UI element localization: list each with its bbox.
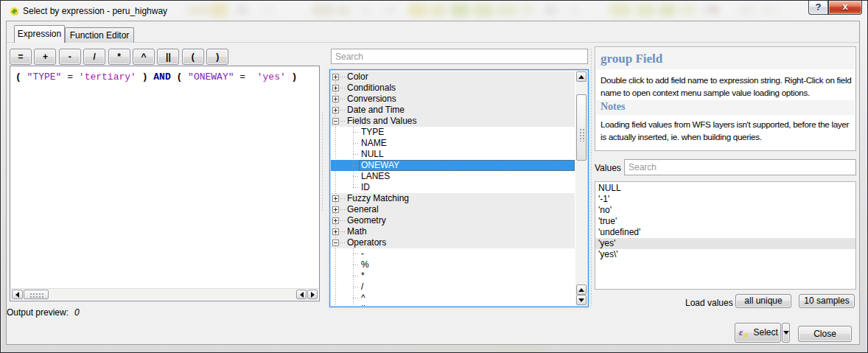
tree-item-general[interactable]: General bbox=[331, 204, 575, 215]
values-list[interactable]: NULL'-1''no''true''undefined''yes''yes\' bbox=[595, 181, 856, 290]
tab-function-editor[interactable]: Function Editor bbox=[65, 27, 134, 43]
tree-item-conditionals[interactable]: Conditionals bbox=[331, 83, 575, 94]
help-notes-title: Notes bbox=[601, 101, 625, 113]
close-button[interactable]: Close bbox=[798, 326, 852, 342]
values-list-item[interactable]: NULL bbox=[595, 183, 855, 194]
tree-scroll-up-button[interactable] bbox=[576, 71, 587, 82]
tree-toggle-expand-icon[interactable] bbox=[332, 74, 339, 80]
tree-item--[interactable]: - bbox=[331, 248, 575, 259]
output-preview-value: 0 bbox=[74, 307, 80, 318]
tree-item-oneway[interactable]: ONEWAY bbox=[331, 160, 575, 171]
tree-item-date-and-time[interactable]: Date and Time bbox=[331, 105, 575, 116]
titlebar[interactable]: Select by expression - peru_highway bbox=[1, 1, 867, 21]
help-button[interactable]: ? bbox=[808, 1, 828, 15]
close-window-button[interactable]: x bbox=[828, 1, 862, 15]
expression-hscrollbar[interactable] bbox=[11, 288, 318, 300]
tab-expression[interactable]: Expression bbox=[14, 25, 65, 43]
tree-item-lanes[interactable]: LANES bbox=[331, 171, 575, 182]
tree-item-label: ^ bbox=[361, 293, 365, 304]
hscroll-thumb[interactable] bbox=[24, 290, 49, 299]
select-dropdown-button[interactable] bbox=[782, 323, 790, 343]
values-list-item[interactable]: 'yes' bbox=[595, 238, 855, 249]
hscroll-right-button[interactable] bbox=[307, 290, 318, 299]
tree-item-color[interactable]: Color bbox=[331, 71, 575, 83]
splitter-handle-left[interactable] bbox=[321, 111, 323, 212]
tree-item-name[interactable]: NAME bbox=[331, 138, 575, 149]
tree-thumb-grip bbox=[579, 128, 585, 141]
values-list-item[interactable]: 'undefined' bbox=[595, 227, 855, 238]
tree-scroll-up-button-2[interactable] bbox=[576, 284, 587, 295]
toggle-sign bbox=[335, 97, 336, 101]
tree-scroll-thumb[interactable] bbox=[576, 94, 587, 161]
tree-item-null[interactable]: NULL bbox=[331, 149, 575, 160]
tree-item--[interactable]: ^ bbox=[331, 293, 575, 304]
values-search-input[interactable] bbox=[624, 159, 856, 175]
tree-item--[interactable]: * bbox=[331, 270, 575, 282]
operator-button-)[interactable]: ) bbox=[206, 49, 228, 65]
toggle-sign bbox=[335, 230, 336, 234]
help-title: group Field bbox=[601, 52, 662, 66]
values-list-item[interactable]: 'no' bbox=[595, 205, 855, 216]
operator-button--[interactable]: - bbox=[59, 49, 81, 65]
tree-branch-dots bbox=[353, 265, 360, 265]
operator-button-=[interactable]: = bbox=[10, 49, 32, 65]
function-tree[interactable]: ColorConditionalsConversionsDate and Tim… bbox=[329, 69, 589, 307]
tree-item--[interactable]: % bbox=[331, 259, 575, 270]
operator-button-concat[interactable]: || bbox=[157, 49, 179, 65]
window-title: Select by expression - peru_highway bbox=[23, 6, 167, 16]
expression-token-keyword: AND bbox=[153, 71, 170, 83]
tree-item-label: Conversions bbox=[347, 94, 396, 105]
tree-item--[interactable]: / bbox=[331, 282, 575, 293]
ten-samples-button[interactable]: 10 samples bbox=[799, 294, 855, 308]
tree-toggle-expand-icon[interactable] bbox=[332, 85, 339, 91]
tree-item-operators[interactable]: Operators bbox=[331, 237, 575, 248]
expression-text: ( "TYPE" = 'tertiary' ) AND ( "ONEWAY" =… bbox=[15, 71, 297, 83]
operator-button-+[interactable]: + bbox=[34, 49, 56, 65]
tree-branch-dots bbox=[340, 209, 346, 210]
tree-toggle-expand-icon[interactable] bbox=[332, 228, 339, 235]
tree-item-label: Math bbox=[347, 226, 367, 237]
values-list-item[interactable]: 'true' bbox=[595, 216, 855, 227]
tree-item-label: LANES bbox=[361, 171, 390, 182]
tree-item-label: Geometry bbox=[347, 215, 386, 226]
function-search-input[interactable] bbox=[331, 49, 588, 64]
tree-item-conversions[interactable]: Conversions bbox=[331, 94, 575, 105]
tree-toggle-expand-icon[interactable] bbox=[332, 107, 339, 113]
tree-toggle-collapse-icon[interactable] bbox=[332, 240, 339, 246]
tree-toggle-collapse-icon[interactable] bbox=[332, 118, 339, 125]
tree-toggle-expand-icon[interactable] bbox=[332, 206, 339, 213]
tree-toggle-expand-icon[interactable] bbox=[332, 195, 339, 202]
tree-branch-line bbox=[335, 282, 336, 293]
tree-scroll-down-button[interactable] bbox=[576, 295, 587, 305]
tree-branch-line bbox=[335, 270, 336, 282]
tree-item-geometry[interactable]: Geometry bbox=[331, 215, 575, 226]
scroll-arrow-up-icon bbox=[578, 75, 584, 79]
hscroll-left-button[interactable] bbox=[12, 290, 23, 299]
expression-token-op bbox=[286, 71, 292, 83]
toggle-sign bbox=[335, 75, 336, 79]
tree-item--[interactable]: || bbox=[331, 304, 575, 306]
tree-item-type[interactable]: TYPE bbox=[331, 127, 575, 138]
values-list-item[interactable]: 'yes\' bbox=[595, 249, 855, 260]
operator-button-^[interactable]: ^ bbox=[133, 49, 155, 65]
operator-button-*[interactable]: * bbox=[108, 49, 130, 65]
tree-item-fuzzy-matching[interactable]: Fuzzy Matching bbox=[331, 193, 575, 204]
tree-branch-dots bbox=[340, 88, 346, 88]
values-list-item[interactable]: '-1' bbox=[595, 194, 855, 205]
select-button[interactable]: ε Select bbox=[735, 323, 781, 343]
expression-editor[interactable]: ( "TYPE" = 'tertiary' ) AND ( "ONEWAY" =… bbox=[10, 66, 320, 301]
tree-item-fields-and-values[interactable]: Fields and Values bbox=[331, 116, 575, 127]
scroll-arrow-right-icon bbox=[311, 292, 315, 298]
tree-item-id[interactable]: ID bbox=[331, 182, 575, 193]
operator-button-([interactable]: ( bbox=[182, 49, 204, 65]
splitter-handle-right[interactable] bbox=[590, 48, 592, 306]
all-unique-button[interactable]: all unique bbox=[735, 294, 791, 308]
tree-toggle-expand-icon[interactable] bbox=[332, 217, 339, 224]
tree-branch-dots bbox=[353, 276, 360, 276]
tree-toggle-expand-icon[interactable] bbox=[332, 96, 339, 102]
operator-button-/[interactable]: / bbox=[83, 49, 105, 65]
close-icon: x bbox=[842, 1, 847, 12]
tree-scrollbar[interactable] bbox=[575, 71, 587, 306]
tree-item-math[interactable]: Math bbox=[331, 226, 575, 237]
hscroll-left-button-2[interactable] bbox=[296, 290, 307, 299]
